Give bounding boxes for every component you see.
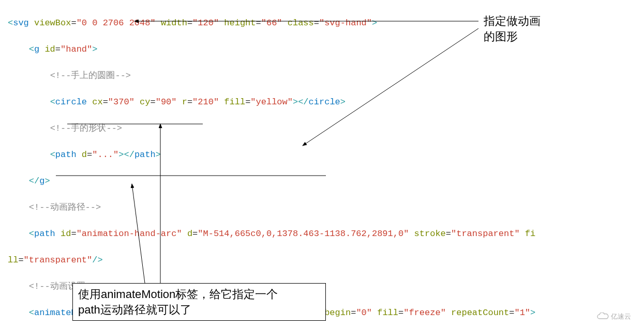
line-g-close: </g>	[8, 175, 535, 188]
line-comment-animpath: <!--动画路径-->	[8, 201, 535, 214]
line-path-arc-cont: ll="transparent"/>	[8, 254, 535, 267]
line-svg-open: <svg viewBox="0 0 2706 2048" width="120"…	[8, 17, 535, 30]
cloud-icon	[596, 313, 609, 321]
annotation-right: 指定做动画 的图形	[484, 13, 541, 44]
annotation-bottom-line2: path运动路径就可以了	[78, 303, 191, 316]
watermark-text: 亿速云	[611, 311, 631, 322]
line-g-open: <g id="hand">	[8, 43, 535, 56]
line-path-arc: <path id="animation-hand-arc" d="M-514,6…	[8, 227, 535, 241]
line-circle: <circle cx="370" cy="90" r="210" fill="y…	[8, 96, 535, 109]
annotation-right-line2: 的图形	[484, 30, 518, 43]
code-block: <svg viewBox="0 0 2706 2048" width="120"…	[8, 3, 535, 328]
line-path-hand: <path d="..."></path>	[8, 148, 535, 162]
line-comment-hand: <!--手的形状-->	[8, 122, 535, 135]
annotation-bottom-box: 使用animateMotion标签，给它指定一个 path运动路径就可以了	[72, 283, 326, 321]
watermark: 亿速云	[596, 309, 638, 324]
annotation-bottom-line1: 使用animateMotion标签，给它指定一个	[78, 288, 278, 301]
annotation-right-line1: 指定做动画	[484, 14, 541, 27]
line-comment-circle: <!--手上的圆圈-->	[8, 69, 535, 83]
